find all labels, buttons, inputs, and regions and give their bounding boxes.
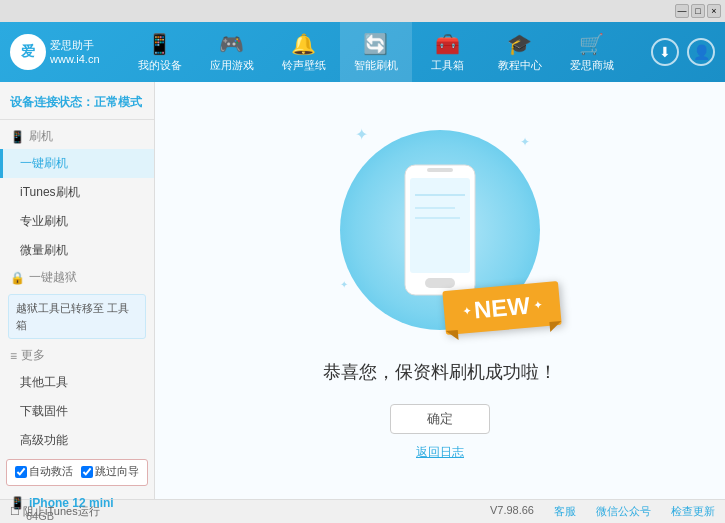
- minimize-btn[interactable]: —: [675, 4, 689, 18]
- logo: 爱 爱思助手 www.i4.cn: [10, 34, 100, 70]
- bottom-bar-right: V7.98.66 客服 微信公众号 检查更新: [490, 504, 715, 519]
- flash-section-title: 📱 刷机: [0, 124, 154, 149]
- sidebar-item-pro-flash[interactable]: 专业刷机: [0, 207, 154, 236]
- more-section-title: ≡ 更多: [0, 343, 154, 368]
- nav-icon-tutorials: 🎓: [507, 32, 532, 56]
- sidebar-item-advanced[interactable]: 高级功能: [0, 426, 154, 455]
- nav-item-tutorials[interactable]: 🎓教程中心: [484, 22, 556, 82]
- new-badge: ✦ NEW ✦: [442, 281, 561, 335]
- account-btn[interactable]: 👤: [687, 38, 715, 66]
- svg-rect-3: [427, 168, 453, 172]
- version-label: V7.98.66: [490, 504, 534, 519]
- sidebar-item-download-fw[interactable]: 下载固件: [0, 397, 154, 426]
- content-area: ✦ ✦ ✦ ✦ NEW ✦ 恭喜您，保资料刷机成功啦！ 确定 返回日志: [155, 82, 725, 499]
- jailbreak-section-title: 🔒 一键越狱: [0, 265, 154, 290]
- nav-bar: 📱我的设备🎮应用游戏🔔铃声壁纸🔄智能刷机🧰工具箱🎓教程中心🛒爱思商城: [100, 22, 651, 82]
- sparkle-2: ✦: [520, 135, 530, 149]
- sidebar-item-onekey-flash[interactable]: 一键刷机: [0, 149, 154, 178]
- phone-svg: [395, 160, 485, 300]
- wechat-link[interactable]: 微信公众号: [596, 504, 651, 519]
- download-btn[interactable]: ⬇: [651, 38, 679, 66]
- svg-rect-1: [410, 178, 470, 273]
- sidebar-item-other-tools[interactable]: 其他工具: [0, 368, 154, 397]
- logo-text: 爱思助手 www.i4.cn: [50, 38, 100, 67]
- customer-link[interactable]: 客服: [554, 504, 576, 519]
- close-btn[interactable]: ×: [707, 4, 721, 18]
- nav-item-toolbox[interactable]: 🧰工具箱: [412, 22, 484, 82]
- check-update-link[interactable]: 检查更新: [671, 504, 715, 519]
- nav-label-smart-flash: 智能刷机: [354, 58, 398, 73]
- svg-rect-2: [425, 278, 455, 288]
- nav-item-store[interactable]: 🛒爱思商城: [556, 22, 628, 82]
- title-bar: — □ ×: [0, 0, 725, 22]
- status-value: 正常模式: [94, 95, 142, 109]
- sidebar-item-itunes-flash[interactable]: iTunes刷机: [0, 178, 154, 207]
- new-badge-wrapper: ✦ NEW ✦: [442, 281, 561, 335]
- maximize-btn[interactable]: □: [691, 4, 705, 18]
- nav-icon-my-device: 📱: [147, 32, 172, 56]
- nav-label-tutorials: 教程中心: [498, 58, 542, 73]
- nav-item-my-device[interactable]: 📱我的设备: [124, 22, 196, 82]
- nav-label-my-device: 我的设备: [138, 58, 182, 73]
- confirm-button[interactable]: 确定: [390, 404, 490, 434]
- sparkle-3: ✦: [340, 279, 348, 290]
- nav-icon-toolbox: 🧰: [435, 32, 460, 56]
- stop-itunes-bottom: ☐ 阻止iTunes运行: [10, 504, 490, 519]
- success-message: 恭喜您，保资料刷机成功啦！: [323, 360, 557, 384]
- nav-label-ringtones: 铃声壁纸: [282, 58, 326, 73]
- notice-box: 越狱工具已转移至 工具箱: [8, 294, 146, 339]
- logo-icon: 爱: [10, 34, 46, 70]
- sparkle-1: ✦: [355, 125, 368, 144]
- skip-wizard-checkbox[interactable]: 跳过向导: [81, 464, 139, 479]
- device-status: 设备连接状态：正常模式: [0, 90, 154, 120]
- device-checkboxes: 自动救活 跳过向导: [6, 459, 148, 486]
- nav-icon-ringtones: 🔔: [291, 32, 316, 56]
- nav-label-store: 爱思商城: [570, 58, 614, 73]
- header: 爱 爱思助手 www.i4.cn 📱我的设备🎮应用游戏🔔铃声壁纸🔄智能刷机🧰工具…: [0, 22, 725, 82]
- header-right: ⬇ 👤: [651, 38, 715, 66]
- sidebar: 设备连接状态：正常模式 📱 刷机 一键刷机 iTunes刷机 专业刷机 微量刷机…: [0, 82, 155, 499]
- nav-item-ringtones[interactable]: 🔔铃声壁纸: [268, 22, 340, 82]
- nav-item-apps-games[interactable]: 🎮应用游戏: [196, 22, 268, 82]
- nav-icon-apps-games: 🎮: [219, 32, 244, 56]
- nav-label-toolbox: 工具箱: [431, 58, 464, 73]
- nav-item-smart-flash[interactable]: 🔄智能刷机: [340, 22, 412, 82]
- return-log-link[interactable]: 返回日志: [416, 444, 464, 461]
- sidebar-item-save-flash[interactable]: 微量刷机: [0, 236, 154, 265]
- nav-icon-store: 🛒: [579, 32, 604, 56]
- phone-illustration: ✦ ✦ ✦ ✦ NEW ✦: [330, 120, 550, 340]
- nav-icon-smart-flash: 🔄: [363, 32, 388, 56]
- nav-label-apps-games: 应用游戏: [210, 58, 254, 73]
- auto-rescue-checkbox[interactable]: 自动救活: [15, 464, 73, 479]
- main-area: 设备连接状态：正常模式 📱 刷机 一键刷机 iTunes刷机 专业刷机 微量刷机…: [0, 82, 725, 499]
